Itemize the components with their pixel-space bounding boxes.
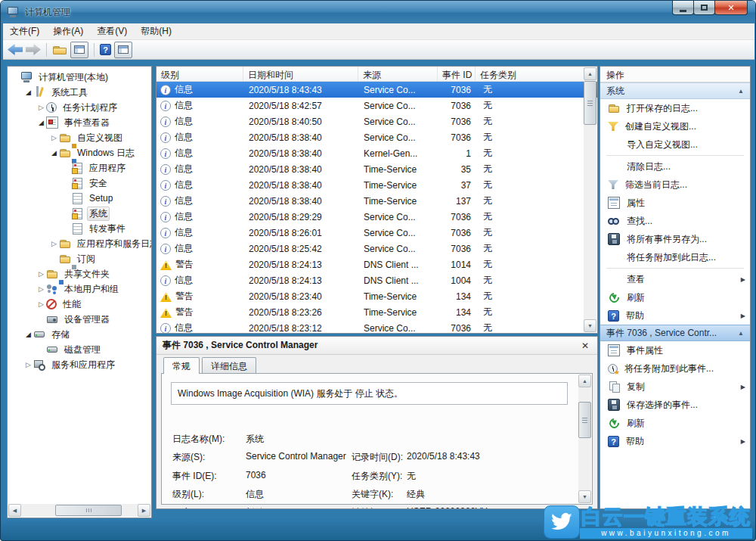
menu-view[interactable]: 查看(V)	[90, 23, 134, 40]
expand-toggle-icon[interactable]: ▷	[36, 270, 46, 278]
event-row[interactable]: 信息2020/5/18 8:26:01Service Co...7036无	[156, 225, 597, 241]
close-icon[interactable]: ✕	[579, 340, 591, 351]
detail-vertical-scrollbar[interactable]: ▲ ▼	[578, 375, 591, 503]
tree-item[interactable]: 设备管理器	[8, 312, 151, 327]
scrollbar-thumb[interactable]	[55, 505, 122, 516]
menu-file[interactable]: 文件(F)	[3, 23, 46, 40]
action-item[interactable]: 帮助▶	[600, 432, 750, 450]
column-header[interactable]: 任务类别	[476, 67, 597, 81]
action-item[interactable]: 将所有事件另存为...	[600, 230, 750, 248]
action-item[interactable]: 帮助▶	[600, 306, 750, 325]
expand-toggle-icon[interactable]: ▷	[49, 134, 59, 141]
forward-icon[interactable]	[26, 44, 41, 55]
action-item[interactable]: 查看▶	[600, 270, 750, 288]
tree-item[interactable]: Setup	[8, 191, 151, 206]
menu-help[interactable]: 帮助(H)	[134, 23, 178, 40]
back-icon[interactable]	[8, 44, 23, 55]
expand-toggle-icon[interactable]: ▷	[49, 240, 59, 247]
minimize-button[interactable]	[672, 1, 694, 15]
event-row[interactable]: 警告2020/5/18 8:24:13DNS Client ...1014无	[156, 257, 597, 272]
action-item[interactable]: 清除日志...	[600, 157, 750, 176]
event-row[interactable]: 信息2020/5/18 8:38:40Kernel-Gen...1无	[156, 145, 597, 161]
tree-item[interactable]: 系统	[8, 206, 151, 221]
tree-item[interactable]: 转发事件	[8, 221, 151, 236]
event-row[interactable]: 警告2020/5/18 8:23:40Time-Service134无	[156, 288, 597, 304]
tree-item[interactable]: ◢存储	[8, 327, 151, 342]
expand-toggle-icon[interactable]: ◢	[23, 89, 33, 96]
action-item[interactable]: 将任务附加到此事件...	[600, 359, 750, 378]
tree-item[interactable]: 安全	[8, 176, 151, 191]
menu-action[interactable]: 操作(A)	[46, 23, 90, 40]
maximize-button[interactable]	[693, 1, 715, 15]
action-item[interactable]: 筛选当前日志...	[600, 176, 750, 194]
action-item[interactable]: 刷新	[600, 288, 750, 306]
event-row[interactable]: 信息2020/5/18 8:25:42Service Co...7036无	[156, 241, 597, 257]
scrollbar-thumb[interactable]	[584, 81, 596, 125]
action-item[interactable]: 保存选择的事件...	[600, 396, 750, 414]
action-item[interactable]: 刷新	[600, 414, 750, 432]
action-pane-toggle-icon[interactable]	[114, 42, 132, 58]
action-item[interactable]: 事件属性	[600, 341, 750, 359]
expand-toggle-icon[interactable]: ◢	[36, 119, 46, 126]
column-header[interactable]: 事件 ID	[438, 67, 476, 81]
tree-item[interactable]: ◢系统工具	[8, 85, 151, 100]
scroll-down-icon[interactable]: ▼	[584, 319, 596, 332]
scroll-up-icon[interactable]: ▲	[584, 67, 596, 80]
collapse-icon[interactable]: ▲	[738, 88, 744, 95]
tree-item[interactable]: ▷共享文件夹	[8, 266, 151, 281]
scroll-down-icon[interactable]: ▼	[578, 490, 591, 503]
title-bar[interactable]: 计算机管理	[1, 1, 756, 23]
tree-item[interactable]: ◢事件查看器	[8, 115, 151, 130]
tree-item[interactable]: ▷服务和应用程序	[8, 357, 151, 372]
collapse-icon[interactable]: ▲	[738, 330, 744, 337]
event-row[interactable]: 信息2020/5/18 8:43:43Service Co...7036无	[156, 82, 597, 98]
tree-item[interactable]: ▷应用程序和服务日志	[8, 236, 151, 251]
tree-item[interactable]: 磁盘管理	[8, 342, 151, 357]
tree-item[interactable]: ◢Windows 日志	[8, 145, 151, 160]
tree-item[interactable]: ▷本地用户和组	[8, 281, 151, 297]
column-header[interactable]: 级别	[156, 67, 243, 81]
expand-toggle-icon[interactable]: ▷	[36, 104, 46, 111]
event-row[interactable]: 警告2020/5/18 8:23:26Time-Service134无	[156, 304, 597, 320]
action-section-header[interactable]: 系统▲	[600, 82, 750, 99]
event-row[interactable]: 信息2020/5/18 8:38:40Time-Service35无	[156, 161, 597, 177]
expand-toggle-icon[interactable]: ▷	[36, 300, 46, 308]
event-row[interactable]: 信息2020/5/18 8:38:40Service Co...7036无	[156, 129, 597, 145]
tree-item[interactable]: ▷自定义视图	[8, 130, 151, 145]
console-tree-toggle-icon[interactable]	[70, 42, 88, 58]
action-item[interactable]: 将任务附加到此日志...	[600, 248, 750, 266]
open-saved-log-icon[interactable]	[52, 44, 67, 56]
help-icon[interactable]	[100, 44, 111, 55]
scroll-right-icon[interactable]: ▶	[138, 504, 150, 517]
column-header[interactable]: 日期和时间	[243, 67, 358, 81]
expand-toggle-icon[interactable]: ▷	[23, 361, 33, 368]
tab-general[interactable]: 常规	[163, 357, 200, 374]
action-section-header[interactable]: 事件 7036 , Service Contr...▲	[600, 325, 750, 341]
event-row[interactable]: 信息2020/5/18 8:42:57Service Co...7036无	[156, 98, 597, 113]
close-button[interactable]: ✕	[714, 1, 748, 15]
tree-item[interactable]: ▷任务计划程序	[8, 100, 151, 115]
action-item[interactable]: 查找...	[600, 212, 750, 230]
action-item[interactable]: 导入自定义视图...	[600, 135, 750, 154]
event-row[interactable]: 信息2020/5/18 8:38:40Time-Service37无	[156, 177, 597, 193]
scroll-left-icon[interactable]: ◀	[8, 504, 21, 517]
scroll-up-icon[interactable]: ▲	[578, 375, 591, 387]
event-row[interactable]: 信息2020/5/18 8:24:13DNS Client ...1004无	[156, 272, 597, 288]
column-header[interactable]: 来源	[358, 67, 438, 81]
action-item[interactable]: 打开保存的日志...	[600, 99, 750, 117]
expand-toggle-icon[interactable]: ▷	[36, 285, 46, 293]
event-row[interactable]: 信息2020/5/18 8:38:40Time-Service137无	[156, 193, 597, 209]
scrollbar-thumb[interactable]	[578, 402, 591, 438]
expand-toggle-icon[interactable]: ◢	[23, 331, 33, 338]
action-item[interactable]: 属性	[600, 194, 750, 212]
action-item[interactable]: 创建自定义视图...	[600, 117, 750, 135]
tree-item[interactable]: 计算机管理(本地)	[8, 70, 151, 85]
expand-toggle-icon[interactable]: ◢	[49, 149, 59, 157]
tree-item[interactable]: 订阅	[8, 251, 151, 266]
action-item[interactable]: 复制▶	[600, 378, 750, 396]
event-row[interactable]: 信息2020/5/18 8:23:12Service Co...7036无	[156, 320, 597, 334]
event-row[interactable]: 信息2020/5/18 8:29:29Service Co...7036无	[156, 209, 597, 225]
event-row[interactable]: 信息2020/5/18 8:40:50Service Co...7036无	[156, 113, 597, 129]
list-vertical-scrollbar[interactable]: ▲ ▼	[584, 67, 596, 332]
tree-item[interactable]: ▷性能	[8, 297, 151, 312]
